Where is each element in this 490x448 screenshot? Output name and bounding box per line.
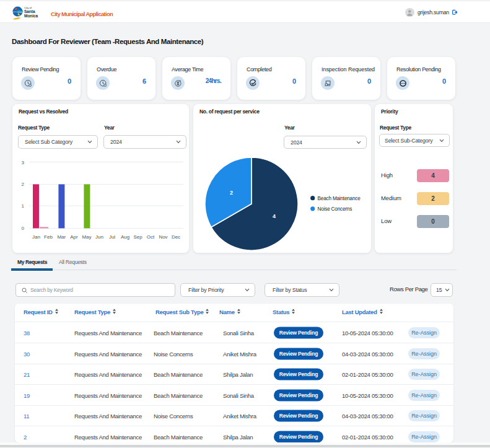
svg-text:0: 0 xyxy=(22,226,25,231)
svg-text:2: 2 xyxy=(22,182,25,187)
svg-text:4: 4 xyxy=(273,213,276,219)
svg-text:Jan: Jan xyxy=(32,234,40,240)
svg-text:Apr: Apr xyxy=(70,234,78,240)
svg-text:3: 3 xyxy=(22,160,25,165)
svg-text:2: 2 xyxy=(230,190,233,196)
svg-text:Beach Maintenance: Beach Maintenance xyxy=(318,196,361,201)
svg-text:Aug: Aug xyxy=(121,234,129,240)
svg-text:1: 1 xyxy=(22,203,25,209)
svg-text:Mar: Mar xyxy=(57,234,66,240)
svg-text:Sep: Sep xyxy=(133,234,142,240)
svg-text:Noise Concerns: Noise Concerns xyxy=(318,206,352,212)
svg-text:Feb: Feb xyxy=(44,234,53,240)
svg-text:Oct: Oct xyxy=(147,234,155,240)
svg-text:Jun: Jun xyxy=(95,234,103,240)
svg-text:May: May xyxy=(82,234,91,240)
svg-text:Nov: Nov xyxy=(159,234,167,240)
svg-text:Jul: Jul xyxy=(109,234,115,240)
svg-text:Dec: Dec xyxy=(172,234,180,240)
